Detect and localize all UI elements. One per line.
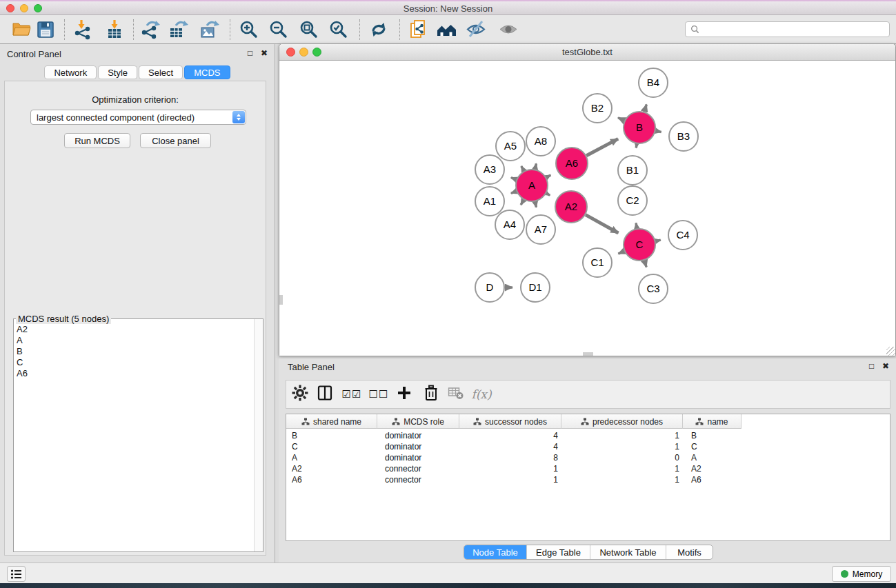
graph-edge-A-A5[interactable]	[521, 166, 524, 171]
graph-edge-B-B2[interactable]	[618, 118, 624, 121]
mcds-result-item[interactable]: A	[14, 335, 253, 346]
open-session-icon[interactable]	[10, 19, 32, 41]
graph-node-label-B3: B3	[677, 130, 690, 142]
cell: A	[286, 452, 377, 463]
tab-edge-table[interactable]: Edge Table	[527, 545, 590, 560]
tab-select[interactable]: Select	[139, 65, 183, 79]
add-column-icon[interactable]	[396, 385, 412, 404]
tab-style[interactable]: Style	[98, 65, 137, 79]
memory-label: Memory	[853, 569, 882, 579]
memory-button[interactable]: Memory	[832, 566, 891, 582]
export-network-icon[interactable]	[140, 19, 162, 41]
home-layout-icon[interactable]	[436, 19, 458, 41]
graph-edge-A6-B[interactable]	[586, 139, 618, 155]
network-canvas[interactable]: B4B2BB3A5A8A6A3B1AA1C2A2A4A7C4CC1C3DD1	[279, 61, 895, 356]
graph-edge-B-B1[interactable]	[636, 144, 637, 148]
graph-edge-A2-C[interactable]	[586, 215, 618, 233]
mcds-result-item[interactable]: A2	[14, 324, 253, 335]
graph-edge-A-A1[interactable]	[511, 191, 517, 193]
close-panel-icon[interactable]: ✖	[261, 49, 268, 57]
toolbar-search	[685, 21, 890, 37]
close-panel-button[interactable]: Close panel	[140, 133, 211, 148]
column-header-predecessor-nodes[interactable]: predecessor nodes	[561, 414, 683, 429]
tab-mcds[interactable]: MCDS	[184, 65, 230, 79]
float-panel-icon[interactable]: □	[248, 49, 252, 57]
graph-edge-C-C1[interactable]	[618, 251, 624, 254]
refresh-icon[interactable]	[368, 19, 390, 41]
table-settings-icon[interactable]	[292, 385, 308, 404]
select-all-icon[interactable]: ☑☑	[342, 388, 362, 401]
graph-edge-A-A8[interactable]	[535, 163, 537, 169]
save-session-icon[interactable]	[34, 19, 57, 41]
task-list-icon	[10, 569, 23, 580]
table-row-B[interactable]: Bdominator41B	[286, 430, 890, 441]
optimization-criterion-label: Optimization criterion:	[5, 94, 266, 105]
graph-edge-B-B3[interactable]	[656, 131, 661, 132]
vertical-scrollbar-thumb[interactable]	[279, 295, 283, 305]
zoom-out-icon[interactable]	[268, 19, 290, 41]
table-row-A[interactable]: Adominator80A	[286, 452, 890, 463]
graph-node-label-B: B	[636, 121, 643, 133]
tab-network[interactable]: Network	[44, 65, 97, 79]
delete-column-icon[interactable]	[423, 384, 439, 405]
cell: 1	[561, 474, 683, 485]
task-history-button[interactable]	[7, 566, 26, 582]
table-row-A2[interactable]: A2connector11A2	[286, 463, 890, 474]
graph-node-label-D: D	[486, 281, 494, 293]
show-columns-icon[interactable]	[317, 385, 333, 404]
mcds-result-item[interactable]: B	[14, 346, 253, 357]
graph-node-label-A: A	[528, 179, 535, 191]
graph-node-label-C3: C3	[646, 283, 659, 294]
export-table-icon[interactable]	[168, 19, 190, 41]
mcds-list-scrollbar[interactable]	[254, 319, 263, 551]
graph-node-label-C: C	[636, 239, 644, 250]
horizontal-scrollbar-thumb[interactable]	[583, 352, 593, 356]
mcds-result-item[interactable]: A6	[14, 368, 253, 379]
column-header-MCDS-role[interactable]: MCDS role	[377, 414, 459, 429]
column-header-shared-name[interactable]: shared name	[286, 414, 377, 429]
column-header-successor-nodes[interactable]: successor nodes	[459, 414, 561, 429]
resize-grip[interactable]	[886, 347, 895, 356]
network-document-icon[interactable]	[408, 19, 430, 41]
toolbar-separator	[133, 19, 134, 40]
graph-edge-A-A2[interactable]	[546, 193, 550, 195]
graph-edge-C-C3[interactable]	[644, 261, 646, 267]
zoom-in-icon[interactable]	[238, 19, 260, 41]
graph-edge-A-A7[interactable]	[535, 202, 537, 207]
network-window-titlebar[interactable]: testGlobe.txt	[279, 44, 895, 61]
hide-graphics-icon[interactable]	[465, 19, 487, 41]
tab-motifs[interactable]: Motifs	[666, 545, 713, 560]
network-graph[interactable]: B4B2BB3A5A8A6A3B1AA1C2A2A4A7C4CC1C3DD1	[279, 61, 895, 356]
export-image-icon[interactable]	[199, 19, 221, 41]
graph-edge-C-C2[interactable]	[636, 223, 637, 229]
toolbar-separator	[64, 19, 65, 40]
deselect-all-icon[interactable]: ☐☐	[369, 388, 389, 401]
mcds-result-item[interactable]: C	[14, 357, 253, 368]
graph-node-label-A6: A6	[566, 157, 578, 169]
graph-edge-C-C4[interactable]	[655, 240, 660, 241]
criterion-dropdown[interactable]: largest connected component (directed)	[30, 110, 246, 125]
table-row-A6[interactable]: A6connector11A6	[286, 474, 890, 485]
tab-node-table[interactable]: Node Table	[464, 545, 527, 560]
tab-network-table[interactable]: Network Table	[590, 545, 666, 560]
run-mcds-button[interactable]: Run MCDS	[64, 133, 130, 148]
graph-edge-A-A3[interactable]	[511, 178, 517, 180]
zoom-fit-icon[interactable]	[298, 19, 320, 41]
zoom-selected-icon[interactable]	[328, 19, 350, 41]
graph-edge-A-A4[interactable]	[521, 200, 524, 205]
table-close-icon[interactable]: ✖	[882, 362, 889, 370]
graph-edge-B-B4[interactable]	[644, 105, 646, 112]
cell: 1	[561, 463, 683, 474]
function-builder-icon[interactable]: f(x)	[471, 387, 491, 401]
toolbar-separator	[230, 19, 230, 40]
import-network-icon[interactable]	[72, 19, 94, 41]
search-input[interactable]	[703, 25, 884, 34]
delete-table-icon[interactable]	[448, 385, 464, 403]
table-float-icon[interactable]: □	[869, 362, 874, 370]
node-table: shared nameMCDS rolesuccessor nodesprede…	[286, 414, 890, 541]
column-header-name[interactable]: name	[683, 414, 741, 429]
show-graphics-icon[interactable]	[497, 19, 519, 41]
import-table-icon[interactable]	[103, 19, 126, 41]
table-row-C[interactable]: Cdominator41C	[286, 441, 890, 452]
graph-edge-A-A6[interactable]	[546, 175, 550, 177]
